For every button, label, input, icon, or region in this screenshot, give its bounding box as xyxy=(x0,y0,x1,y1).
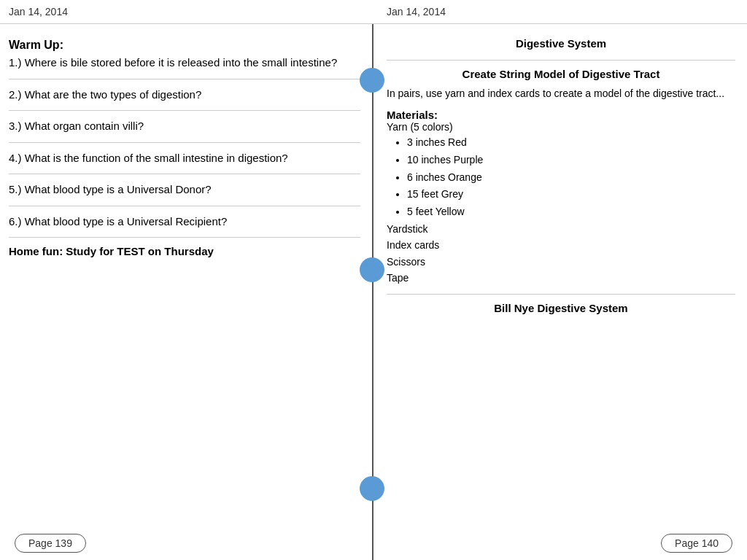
yarn-item-2: 6 inches Orange xyxy=(407,169,735,187)
date-row: Jan 14, 2014 Jan 14, 2014 xyxy=(0,0,747,24)
date-left: Jan 14, 2014 xyxy=(0,6,372,18)
digestive-system-title: Digestive System xyxy=(387,37,735,50)
page-container: Jan 14, 2014 Jan 14, 2014 Warm Up: 1.) W… xyxy=(0,0,747,560)
material-scissors: Scissors xyxy=(387,254,735,270)
question-6: 6.) What blood type is a Universal Recip… xyxy=(9,214,360,230)
question-5-section: 5.) What blood type is a Universal Donor… xyxy=(9,174,360,206)
question-3-section: 3.) What organ contain villi? xyxy=(9,111,360,143)
question-6-section: 6.) What blood type is a Universal Recip… xyxy=(9,206,360,238)
page-badges: Page 139 Page 140 xyxy=(0,534,747,553)
question-2-section: 2.) What are the two types of digestion? xyxy=(9,79,360,112)
page-badge-left: Page 139 xyxy=(15,534,86,553)
home-fun-section: Home fun: Study for TEST on Thursday xyxy=(9,238,360,265)
bill-nye-section: Bill Nye Digestive System xyxy=(387,295,735,322)
page-badge-right: Page 140 xyxy=(661,534,732,553)
activity-title: Create String Model of Digestive Tract xyxy=(387,68,735,80)
question-5: 5.) What blood type is a Universal Donor… xyxy=(9,182,360,198)
right-panel: Digestive System Create String Model of … xyxy=(372,24,747,560)
material-index-cards: Index cards xyxy=(387,237,735,253)
activity-desc: In pairs, use yarn and index cards to cr… xyxy=(387,86,735,101)
question-1: 1.) Where is bile stored before it is re… xyxy=(9,55,360,71)
yarn-item-3: 15 feet Grey xyxy=(407,186,735,203)
date-right: Jan 14, 2014 xyxy=(372,6,747,18)
left-panel: Warm Up: 1.) Where is bile stored before… xyxy=(0,24,372,560)
circle-node-mid xyxy=(360,257,384,282)
activity-section: Create String Model of Digestive Tract I… xyxy=(387,61,735,295)
question-2: 2.) What are the two types of digestion? xyxy=(9,87,360,104)
warm-up-section: Warm Up: 1.) Where is bile stored before… xyxy=(9,31,360,79)
home-fun-text: Home fun: Study for TEST on Thursday xyxy=(9,245,360,257)
yarn-list: 3 inches Red 10 inches Purple 6 inches O… xyxy=(387,134,735,221)
circle-node-bottom xyxy=(360,476,384,501)
circle-node-top xyxy=(360,68,384,93)
main-content: Warm Up: 1.) Where is bile stored before… xyxy=(0,24,747,560)
material-tape: Tape xyxy=(387,270,735,286)
yarn-item-4: 5 feet Yellow xyxy=(407,203,735,221)
yarn-item-1: 10 inches Purple xyxy=(407,152,735,169)
question-3: 3.) What organ contain villi? xyxy=(9,118,360,135)
bill-nye-title: Bill Nye Digestive System xyxy=(387,302,735,314)
materials-title: Materials: xyxy=(387,109,735,121)
yarn-item-0: 3 inches Red xyxy=(407,134,735,152)
yarn-label: Yarn (5 colors) xyxy=(387,121,735,133)
question-4-section: 4.) What is the function of the small in… xyxy=(9,143,360,175)
question-4: 4.) What is the function of the small in… xyxy=(9,150,360,167)
warm-up-title: Warm Up: xyxy=(9,39,360,52)
material-yardstick: Yardstick xyxy=(387,221,735,237)
digestive-system-section: Digestive System xyxy=(387,31,735,61)
